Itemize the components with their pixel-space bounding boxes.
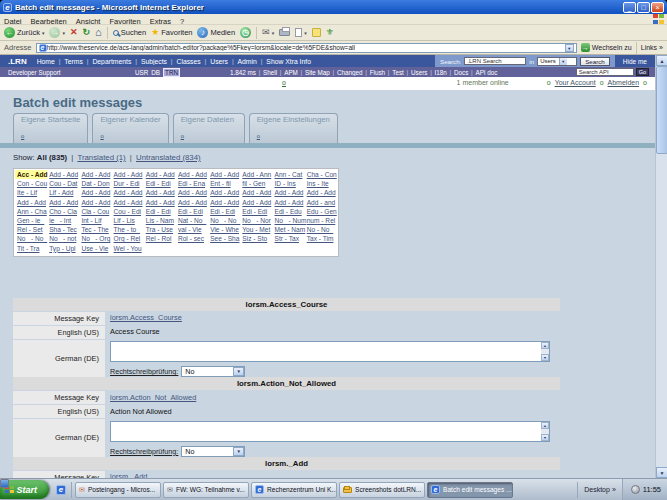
dev-link-i18n[interactable]: I18n [435,69,447,76]
letter-range-link[interactable]: You - Met [240,225,272,234]
letter-range-link[interactable]: Edi - Ena [176,179,208,188]
favorites-button[interactable]: ★ Favoriten [151,27,192,38]
task-posteingang-micros[interactable]: ✉Posteingang - Micros... [75,482,161,498]
letter-range-link[interactable]: Cou - Edi [112,207,144,216]
letter-range-link[interactable]: val - Vie [176,225,208,234]
letter-range-link[interactable]: Dat - Don [79,179,111,188]
letter-range-link[interactable]: ID - Ins [273,179,305,188]
letter-range-link[interactable]: Add - and [305,198,337,207]
letter-range-link[interactable]: Ent - fil [208,179,240,188]
letter-range-link[interactable]: Add - Add [305,188,337,197]
letter-range-link[interactable]: Lis - Nam [144,216,176,225]
letter-range-link[interactable]: Add - Add [176,198,208,207]
letter-range-link[interactable]: Add - Add [144,170,176,179]
letter-range-link[interactable]: Rel - Set [15,225,47,234]
tab-eigene-dateien[interactable]: Eigene Dateieno [173,113,245,143]
stop-button[interactable]: ✕ [70,27,78,38]
letter-range-link[interactable]: Typ - Upl [47,244,79,253]
letter-range-link[interactable]: Edi - Edi [240,207,272,216]
letter-range-link[interactable]: Tec - The [79,225,111,234]
letter-range-link[interactable]: Add - Add [176,188,208,197]
letter-range-link[interactable]: Con - Cou [15,179,47,188]
scroll-up-icon[interactable]: ▲ [541,342,549,349]
german-textarea[interactable] [110,421,550,442]
lrn-search-button[interactable]: Search [580,57,610,66]
filter-translated-link[interactable]: Translated (1) [77,153,125,162]
message-key-link[interactable]: lorsm.Action_Not_Allowed [110,393,196,402]
letter-range-link[interactable]: Wel - You [112,244,144,253]
task-rechenzentrum-uni-k[interactable]: eRechenzentrum Uni K... [251,482,337,498]
letter-range-link[interactable]: Ite - Lif [15,188,47,197]
task-screenshots-dotlrn[interactable]: Screenshots dotLRN... [339,482,425,498]
letter-range-link[interactable]: Edi - Edu [273,207,305,216]
textarea-scrollbar[interactable]: ▲▼ [541,342,549,361]
letter-range-link[interactable]: Rol - sec [176,234,208,243]
tray-network-icon[interactable] [0,479,9,488]
history-button[interactable]: ◷ [240,27,251,38]
letter-range-link[interactable]: Use - Vie [79,244,111,253]
letter-range-link[interactable]: No_ - Nor [240,216,272,225]
dev-link-docs[interactable]: Docs [454,69,468,76]
scroll-up-icon[interactable]: ▲ [656,55,667,66]
letter-range-link[interactable]: Add - Add [144,198,176,207]
tab-eigene-startseite[interactable]: Eigene Startseiteo [13,113,88,143]
letter-range-link[interactable]: ie_ - Int [47,216,79,225]
letter-range-link[interactable]: Add - Add [47,170,79,179]
letter-range-link[interactable]: Add - Add [79,170,111,179]
scroll-down-icon[interactable]: ▼ [541,354,549,361]
spellcheck-select[interactable]: No▼ [181,446,245,457]
german-textarea[interactable] [110,341,550,362]
search-scope-select[interactable]: Users ▼ [537,57,577,66]
letter-range-link[interactable]: Edi - Edi [176,207,208,216]
letter-range-link[interactable]: Ins - Ite [305,179,337,188]
letter-range-link[interactable]: Lif - Add [47,188,79,197]
letter-range-link[interactable]: Ann - Cha [15,207,47,216]
restore-button[interactable]: □ [637,2,650,13]
letter-range-link[interactable]: Add - Add [112,170,144,179]
search-button-toolbar[interactable]: Suchen [113,28,146,37]
letter-range-link[interactable]: Ann - Cat [273,170,305,179]
your-account-link[interactable]: Your Account [555,79,596,86]
nav-users[interactable]: Users [210,58,228,65]
letter-range-link[interactable]: Cla - Cou [79,207,111,216]
dev-link-flush[interactable]: Flush [370,69,385,76]
letter-range-link[interactable]: Edu - Gen [305,207,337,216]
letter-range-link[interactable]: Tax - Tim [305,234,337,243]
hide-me-link[interactable]: Hide me [623,58,647,65]
letter-range-link[interactable]: Lif - Lis [112,216,144,225]
letter-range-link[interactable]: Add - Add [176,170,208,179]
letter-range-link[interactable]: Add - Add [240,188,272,197]
letter-range-link[interactable]: Add - Add [47,198,79,207]
dev-link-shell[interactable]: Shell [263,69,277,76]
refresh-button[interactable]: ↻ [83,27,91,38]
letter-range-link[interactable]: See - Sha [208,234,240,243]
media-button[interactable]: ♪ Medien [197,27,235,38]
go-button[interactable]: → Wechseln zu [581,43,632,52]
nav-classes[interactable]: Classes [177,58,201,65]
messenger-button[interactable]: ⚜ [326,27,334,38]
forward-dropdown-icon[interactable]: ▾ [62,30,65,36]
nav-departments[interactable]: Departments [92,58,131,65]
letter-range-link[interactable]: Add - Ann [240,170,272,179]
letter-range-link[interactable]: Tra - Use [144,225,176,234]
message-key-link[interactable]: lorsm.Access_Course [110,313,182,322]
address-dropdown-icon[interactable]: ▼ [565,44,574,52]
mail-button[interactable]: ✉ ▾ [262,27,274,38]
letter-range-link[interactable]: Org - Rel [112,234,144,243]
letter-range-link[interactable]: Dur - Edi [112,179,144,188]
letter-range-link[interactable]: Add - Add [208,188,240,197]
tab-marker-link[interactable]: o [100,133,103,139]
letter-range-link[interactable]: Edi - Edi [144,179,176,188]
letter-range-link[interactable]: Cho - Cla [47,207,79,216]
letter-range-link[interactable]: No_ - not [47,234,79,243]
letter-range-link[interactable]: No_ - Org [79,234,111,243]
letter-range-link[interactable]: Siz - Sto [240,234,272,243]
letter-range-link[interactable]: fil - Gen [240,179,272,188]
edit-button[interactable]: ▾ [295,28,307,37]
dev-link-users[interactable]: Users [411,69,427,76]
logout-link[interactable]: Abmelden [608,79,640,86]
letter-range-link[interactable]: Add - Add [15,198,47,207]
dev-mode-trn[interactable]: TRN [163,68,180,77]
task-fw-wg-teilnahme-v[interactable]: ✉FW: WG: Teilnahme v... [163,482,249,498]
letter-range-link[interactable]: Str - Tax [273,234,305,243]
